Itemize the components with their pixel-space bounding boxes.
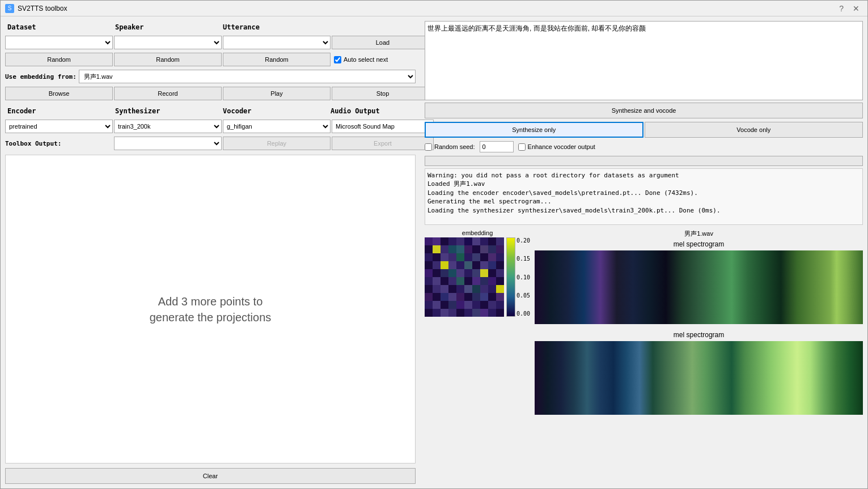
close-button[interactable]: ✕ xyxy=(849,5,863,12)
random-seed-checkbox[interactable] xyxy=(425,143,432,151)
text-input[interactable]: 世界上最遥远的距离不是天涯海角, 而是我站在你面前, 却看不见你的容颜 xyxy=(425,21,863,100)
mel-spectrogram-2 xyxy=(535,341,863,415)
svg-rect-34 xyxy=(448,261,456,269)
utterance-select[interactable] xyxy=(223,36,331,49)
mel-title-1: mel spectrogram xyxy=(535,240,863,248)
svg-rect-100 xyxy=(496,309,504,317)
utterance-label: Utterance xyxy=(221,21,328,32)
svg-rect-38 xyxy=(480,261,488,269)
synthesize-and-vocode-button[interactable]: Synthesize and vocode xyxy=(425,103,863,118)
browse-button[interactable]: Browse xyxy=(5,87,113,100)
svg-rect-91 xyxy=(425,309,433,317)
svg-rect-45 xyxy=(456,269,464,277)
svg-rect-22 xyxy=(433,253,441,261)
svg-rect-30 xyxy=(496,253,504,261)
replay-button[interactable]: Replay xyxy=(223,137,331,150)
toolbox-output-select[interactable] xyxy=(114,137,222,150)
vocoder-label: Vocoder xyxy=(221,105,328,116)
svg-rect-52 xyxy=(433,277,441,285)
encoder-label: Encoder xyxy=(5,105,113,116)
svg-rect-69 xyxy=(488,285,496,293)
random-row: Random Random Random Auto select next xyxy=(5,53,416,66)
svg-rect-5 xyxy=(456,237,464,245)
svg-rect-90 xyxy=(496,301,504,309)
colorbar-section: 0.20 0.15 0.10 0.05 0.00 xyxy=(506,237,530,317)
svg-rect-10 xyxy=(496,237,504,245)
projection-area: Add 3 more points to generate the projec… xyxy=(5,155,416,464)
svg-rect-63 xyxy=(441,285,448,293)
svg-rect-58 xyxy=(480,277,488,285)
svg-rect-57 xyxy=(472,277,480,285)
svg-rect-32 xyxy=(433,261,441,269)
svg-rect-81 xyxy=(425,301,433,309)
embedding-section: embedding xyxy=(425,229,530,415)
vocoder-select[interactable]: g_hifigan xyxy=(223,120,331,133)
export-button[interactable]: Export xyxy=(332,137,434,150)
svg-rect-29 xyxy=(488,253,496,261)
svg-rect-87 xyxy=(472,301,480,309)
synthesizer-label: Synthesizer xyxy=(113,105,221,116)
svg-rect-28 xyxy=(480,253,488,261)
svg-rect-98 xyxy=(480,309,488,317)
vocode-only-button[interactable]: Vocode only xyxy=(645,122,863,138)
svg-rect-18 xyxy=(480,245,488,253)
svg-rect-16 xyxy=(464,245,472,253)
svg-rect-93 xyxy=(441,309,448,317)
svg-rect-54 xyxy=(448,277,456,285)
random-dataset-button[interactable]: Random xyxy=(5,53,113,66)
svg-rect-80 xyxy=(496,293,504,301)
svg-rect-14 xyxy=(448,245,456,253)
svg-rect-33 xyxy=(441,261,448,269)
title-bar-controls: ? ✕ xyxy=(836,5,863,12)
random-speaker-button[interactable]: Random xyxy=(114,53,222,66)
svg-rect-13 xyxy=(441,245,448,253)
svg-rect-72 xyxy=(433,293,441,301)
svg-rect-35 xyxy=(456,261,464,269)
dataset-select[interactable] xyxy=(5,36,113,49)
embedding-mel-row: embedding xyxy=(425,229,863,415)
svg-rect-79 xyxy=(488,293,496,301)
svg-rect-94 xyxy=(448,309,456,317)
svg-rect-12 xyxy=(433,245,441,253)
audio-output-label: Audio Output xyxy=(328,105,430,116)
svg-rect-88 xyxy=(480,301,488,309)
projection-placeholder-text: Add 3 more points to generate the projec… xyxy=(150,294,272,325)
svg-rect-36 xyxy=(464,261,472,269)
play-button[interactable]: Play xyxy=(223,87,331,100)
synthesize-only-button[interactable]: Synthesize only xyxy=(425,122,643,138)
random-utterance-button[interactable]: Random xyxy=(223,53,331,66)
clear-row: Clear xyxy=(5,468,416,484)
auto-select-wrapper: Auto select next xyxy=(332,53,434,66)
help-button[interactable]: ? xyxy=(836,5,847,12)
load-button[interactable]: Load xyxy=(332,36,434,49)
stop-button[interactable]: Stop xyxy=(332,87,434,100)
svg-rect-75 xyxy=(456,293,464,301)
svg-rect-20 xyxy=(496,245,504,253)
encoder-select[interactable]: pretrained xyxy=(5,120,113,133)
enhance-vocoder-checkbox[interactable] xyxy=(518,143,526,151)
seed-input[interactable] xyxy=(480,141,514,152)
clear-button[interactable]: Clear xyxy=(5,468,416,484)
speaker-select[interactable] xyxy=(114,36,222,49)
auto-select-checkbox[interactable] xyxy=(334,56,341,63)
svg-rect-89 xyxy=(488,301,496,309)
svg-rect-41 xyxy=(425,269,433,277)
svg-rect-56 xyxy=(464,277,472,285)
svg-rect-97 xyxy=(472,309,480,317)
svg-rect-15 xyxy=(456,245,464,253)
svg-rect-73 xyxy=(441,293,448,301)
record-button[interactable]: Record xyxy=(114,87,222,100)
toolbox-row: Toolbox Output: Replay Export xyxy=(5,137,416,150)
embedding-select[interactable]: 男声1.wav xyxy=(79,70,416,83)
synthesizer-select[interactable]: train3_200k xyxy=(114,120,222,133)
mel-spectrogram-1 xyxy=(535,250,863,324)
svg-rect-48 xyxy=(480,269,488,277)
app-icon: S xyxy=(5,4,14,13)
svg-rect-77 xyxy=(472,293,480,301)
embedding-title: embedding xyxy=(425,229,530,236)
enhance-vocoder-label: Enhance vocoder output xyxy=(528,143,595,150)
svg-rect-60 xyxy=(496,277,504,285)
colorbar-gradient xyxy=(506,237,515,317)
audio-output-select[interactable]: Microsoft Sound Map xyxy=(332,120,434,133)
synth-buttons-row: Synthesize only Vocode only xyxy=(425,122,863,138)
